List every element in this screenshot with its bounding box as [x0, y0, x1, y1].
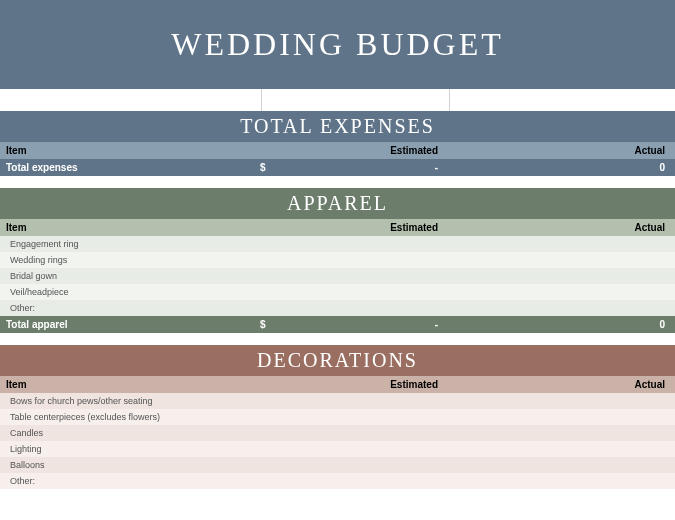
item-label: Other: [0, 303, 260, 313]
item-actual[interactable] [448, 460, 675, 470]
column-header-row: Item Estimated Actual [0, 142, 675, 159]
table-row[interactable]: Engagement ring [0, 236, 675, 252]
item-estimated[interactable] [260, 476, 448, 486]
table-row[interactable]: Veil/headpiece [0, 284, 675, 300]
total-apparel-row: Total apparel $ - 0 [0, 316, 675, 333]
table-row[interactable]: Bridal gown [0, 268, 675, 284]
col-header-item: Item [0, 379, 260, 390]
item-estimated[interactable] [260, 444, 448, 454]
item-label: Table centerpieces (excludes flowers) [0, 412, 260, 422]
item-estimated[interactable] [260, 412, 448, 422]
item-estimated[interactable] [260, 460, 448, 470]
item-actual[interactable] [448, 239, 675, 249]
item-estimated[interactable] [260, 428, 448, 438]
table-row[interactable]: Other: [0, 473, 675, 489]
table-row[interactable]: Other: [0, 300, 675, 316]
table-row[interactable]: Lighting [0, 441, 675, 457]
page-title: WEDDING BUDGET [0, 0, 675, 89]
total-actual: 0 [448, 162, 675, 173]
item-estimated[interactable] [260, 239, 448, 249]
item-label: Bridal gown [0, 271, 260, 281]
item-estimated[interactable] [260, 271, 448, 281]
item-label: Balloons [0, 460, 260, 470]
total-currency: $ [260, 162, 288, 173]
item-actual[interactable] [448, 303, 675, 313]
item-label: Lighting [0, 444, 260, 454]
grid-separator [0, 89, 675, 111]
table-row[interactable]: Balloons [0, 457, 675, 473]
item-estimated[interactable] [260, 255, 448, 265]
total-currency: $ [260, 319, 288, 330]
col-header-actual: Actual [448, 379, 675, 390]
column-header-row: Item Estimated Actual [0, 219, 675, 236]
item-label: Candles [0, 428, 260, 438]
item-estimated[interactable] [260, 303, 448, 313]
item-estimated[interactable] [260, 396, 448, 406]
item-label: Bows for church pews/other seating [0, 396, 260, 406]
section-header-decorations: DECORATIONS [0, 345, 675, 376]
section-header-total-expenses: TOTAL EXPENSES [0, 111, 675, 142]
item-actual[interactable] [448, 476, 675, 486]
col-header-estimated: Estimated [260, 145, 448, 156]
item-actual[interactable] [448, 396, 675, 406]
total-actual: 0 [448, 319, 675, 330]
item-actual[interactable] [448, 255, 675, 265]
item-label: Veil/headpiece [0, 287, 260, 297]
total-estimated: - [288, 162, 448, 173]
total-label: Total apparel [0, 319, 260, 330]
column-header-row: Item Estimated Actual [0, 376, 675, 393]
item-actual[interactable] [448, 428, 675, 438]
table-row[interactable]: Wedding rings [0, 252, 675, 268]
col-header-estimated: Estimated [260, 222, 448, 233]
total-estimated: - [288, 319, 448, 330]
item-label: Wedding rings [0, 255, 260, 265]
col-header-actual: Actual [448, 222, 675, 233]
col-header-item: Item [0, 145, 260, 156]
budget-document: WEDDING BUDGET TOTAL EXPENSES Item Estim… [0, 0, 675, 489]
item-actual[interactable] [448, 412, 675, 422]
item-actual[interactable] [448, 444, 675, 454]
table-row[interactable]: Bows for church pews/other seating [0, 393, 675, 409]
table-row[interactable]: Candles [0, 425, 675, 441]
item-label: Engagement ring [0, 239, 260, 249]
col-header-estimated: Estimated [260, 379, 448, 390]
col-header-item: Item [0, 222, 260, 233]
section-header-apparel: APPAREL [0, 188, 675, 219]
item-estimated[interactable] [260, 287, 448, 297]
item-actual[interactable] [448, 287, 675, 297]
col-header-actual: Actual [448, 145, 675, 156]
item-actual[interactable] [448, 271, 675, 281]
total-expenses-row: Total expenses $ - 0 [0, 159, 675, 176]
total-label: Total expenses [0, 162, 260, 173]
item-label: Other: [0, 476, 260, 486]
table-row[interactable]: Table centerpieces (excludes flowers) [0, 409, 675, 425]
